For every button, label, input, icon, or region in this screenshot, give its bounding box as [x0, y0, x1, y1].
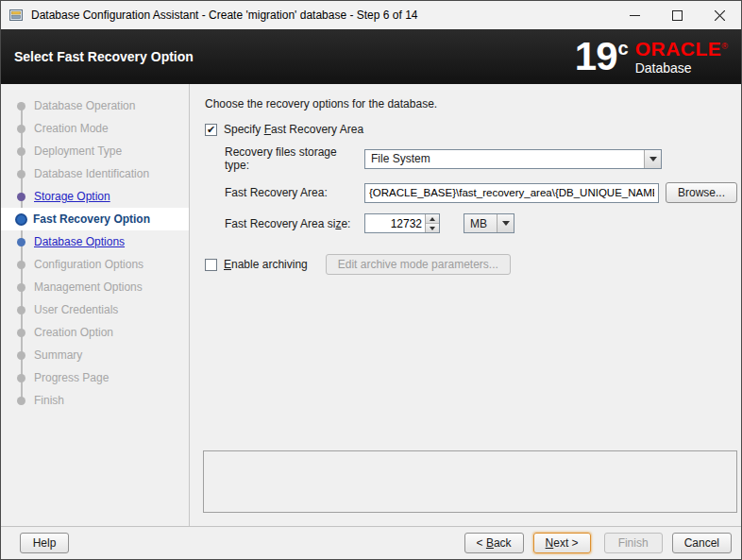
step-label: Creation Mode	[34, 122, 109, 135]
cancel-button[interactable]: Cancel	[672, 533, 732, 553]
step-label: Database Operation	[34, 99, 135, 112]
spinner-down-icon[interactable]	[426, 224, 439, 232]
logo-version-sup: c	[618, 38, 628, 59]
oracle-wordmark: ORACLE	[635, 38, 722, 59]
storage-type-label: Recovery files storage type:	[225, 145, 364, 172]
logo-product: Database	[635, 60, 728, 76]
window-title: Database Configuration Assistant - Creat…	[31, 8, 614, 22]
fra-form: Recovery files storage type: File System…	[225, 145, 737, 233]
step-label: Summary	[34, 348, 82, 362]
sidebar-step-creation-option: Creation Option	[1, 321, 189, 344]
enable-archiving-row: Enable archiving Edit archive mode param…	[205, 254, 737, 275]
fra-size-unit-value: MB	[464, 217, 497, 230]
chevron-down-icon[interactable]	[644, 150, 661, 168]
step-label: User Credentials	[34, 303, 118, 316]
enable-archiving-label[interactable]: Enable archiving	[224, 258, 308, 271]
page-header: Select Fast Recovery Option 19c ORACLE® …	[1, 29, 741, 84]
step-label: Creation Option	[34, 326, 113, 339]
sidebar-step-configuration-options: Configuration Options	[1, 253, 189, 276]
specify-fra-row: Specify Fast Recovery Area	[205, 123, 737, 136]
wizard-steps: Database OperationCreation ModeDeploymen…	[1, 94, 189, 412]
step-dot-icon	[17, 125, 25, 133]
sidebar-step-fast-recovery-option[interactable]: Fast Recovery Option	[1, 208, 189, 230]
chevron-down-icon[interactable]	[497, 214, 514, 232]
minimize-button[interactable]	[614, 1, 656, 29]
dbca-window: Database Configuration Assistant - Creat…	[0, 0, 742, 560]
sidebar-step-deployment-type: Deployment Type	[1, 140, 189, 162]
step-dot-icon	[17, 283, 25, 292]
step-label: Storage Option	[34, 190, 110, 203]
main-content: Choose the recovery options for the data…	[190, 84, 742, 526]
maximize-button[interactable]	[656, 1, 699, 29]
step-dot-icon	[17, 102, 25, 110]
fra-size-unit-select[interactable]: MB	[464, 213, 514, 233]
footer: Help < Back Next > Finish Cancel	[1, 526, 741, 559]
fra-location-row: Fast Recovery Area: Browse...	[225, 182, 737, 203]
step-label: Management Options	[34, 280, 143, 294]
fra-size-row: Fast Recovery Area size: MB	[225, 213, 737, 233]
step-dot-icon	[17, 170, 25, 178]
step-dot-icon	[17, 351, 25, 360]
step-label: Database Options	[34, 235, 125, 248]
step-dot-icon	[17, 261, 25, 269]
specify-fra-label[interactable]: Specify Fast Recovery Area	[224, 123, 363, 136]
sidebar-step-finish: Finish	[1, 389, 189, 412]
step-dot-icon	[15, 213, 27, 226]
step-dot-icon	[17, 329, 25, 337]
spinner-up-icon[interactable]	[426, 214, 439, 224]
sidebar-step-creation-mode: Creation Mode	[1, 117, 189, 140]
logo-version-number: 19	[575, 34, 617, 78]
fra-location-label: Fast Recovery Area:	[225, 186, 364, 199]
instruction-text: Choose the recovery options for the data…	[205, 97, 737, 110]
fra-size-input[interactable]	[365, 214, 425, 232]
fra-size-label: Fast Recovery Area size:	[225, 217, 364, 230]
step-dot-icon	[17, 374, 25, 382]
step-dot-icon	[17, 193, 25, 201]
page-title: Select Fast Recovery Option	[14, 49, 194, 64]
specify-fra-checkbox[interactable]	[205, 124, 217, 136]
storage-type-value: File System	[365, 152, 644, 165]
registered-mark-icon: ®	[721, 42, 728, 51]
wizard-sidebar: Database OperationCreation ModeDeploymen…	[1, 84, 190, 526]
enable-archiving-checkbox[interactable]	[205, 259, 217, 271]
storage-type-row: Recovery files storage type: File System	[225, 145, 737, 172]
sidebar-step-database-operation: Database Operation	[1, 94, 189, 117]
step-label: Progress Page	[34, 371, 109, 384]
step-label: Finish	[34, 394, 64, 407]
sidebar-step-user-credentials: User Credentials	[1, 298, 189, 321]
browse-button[interactable]: Browse...	[666, 182, 737, 203]
fra-location-input[interactable]	[364, 183, 659, 203]
next-button[interactable]: Next >	[533, 533, 591, 553]
sidebar-step-management-options: Management Options	[1, 276, 189, 298]
sidebar-step-database-options[interactable]: Database Options	[1, 230, 189, 253]
oracle-19c-logo: 19c ORACLE® Database	[575, 37, 728, 76]
window-controls	[614, 1, 741, 29]
edit-archive-mode-button[interactable]: Edit archive mode parameters...	[326, 254, 511, 275]
body: Database OperationCreation ModeDeploymen…	[1, 84, 741, 526]
step-label: Configuration Options	[34, 258, 143, 271]
help-button[interactable]: Help	[20, 533, 69, 553]
finish-button[interactable]: Finish	[604, 533, 663, 553]
fra-size-spinner	[364, 213, 440, 233]
back-button[interactable]: < Back	[464, 533, 524, 553]
sidebar-step-summary: Summary	[1, 344, 189, 366]
step-dot-icon	[17, 238, 25, 246]
storage-type-select[interactable]: File System	[364, 149, 662, 169]
sidebar-step-database-identification: Database Identification	[1, 162, 189, 185]
step-dot-icon	[17, 397, 25, 405]
step-dot-icon	[17, 306, 25, 314]
step-label: Database Identification	[34, 167, 149, 180]
step-label: Deployment Type	[34, 144, 122, 158]
sidebar-step-storage-option[interactable]: Storage Option	[1, 185, 189, 208]
titlebar[interactable]: Database Configuration Assistant - Creat…	[1, 1, 741, 29]
app-icon	[8, 8, 24, 23]
step-label: Fast Recovery Option	[33, 212, 150, 226]
sidebar-step-progress-page: Progress Page	[1, 366, 189, 389]
close-button[interactable]	[699, 1, 741, 29]
message-area	[203, 450, 737, 513]
logo-version: 19c	[575, 37, 627, 76]
step-dot-icon	[17, 147, 25, 156]
